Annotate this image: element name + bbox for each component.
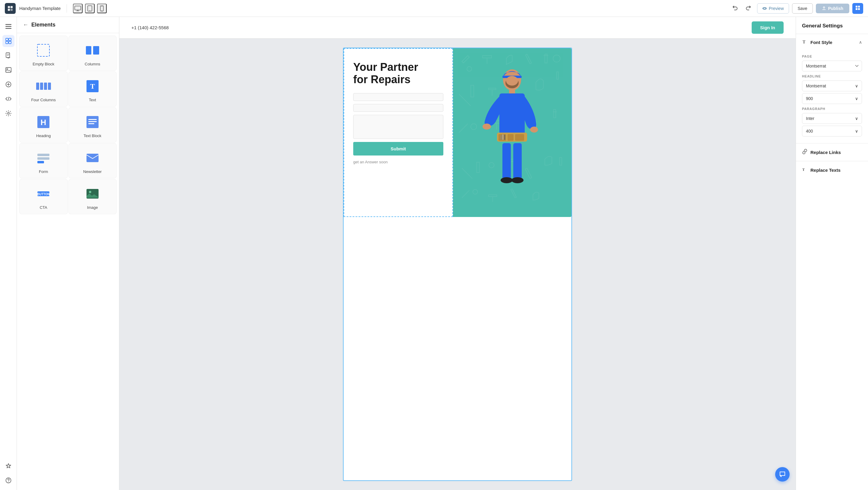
empty-block-icon bbox=[35, 42, 52, 59]
svg-rect-1 bbox=[10, 6, 13, 8]
preview-button[interactable]: Preview bbox=[757, 3, 789, 13]
element-form[interactable]: Form bbox=[19, 143, 68, 178]
hero-textarea[interactable] bbox=[353, 115, 443, 139]
element-cta[interactable]: BUTTON CTA bbox=[19, 179, 68, 214]
canvas-phone: +1 (140) 422-5568 bbox=[131, 25, 169, 30]
svg-point-10 bbox=[764, 7, 766, 9]
svg-point-74 bbox=[512, 177, 524, 183]
svg-rect-71 bbox=[502, 143, 511, 179]
preview-label: Preview bbox=[769, 6, 784, 11]
font-style-icon: T bbox=[802, 39, 807, 45]
hero-note: get an Answer soon bbox=[353, 160, 443, 164]
page-font-select[interactable]: Montserrat bbox=[802, 61, 862, 71]
svg-rect-19 bbox=[9, 38, 11, 41]
text-block-icon bbox=[84, 114, 101, 130]
svg-rect-70 bbox=[504, 135, 505, 140]
element-text-block[interactable]: Text Block bbox=[68, 107, 117, 143]
sidebar-images-button[interactable] bbox=[2, 64, 14, 76]
sidebar-settings-button[interactable] bbox=[2, 107, 14, 119]
font-style-header[interactable]: T Font Style ∧ bbox=[796, 34, 868, 50]
text-icon: T bbox=[84, 78, 101, 95]
paragraph-weight-select[interactable]: 400 ∨ bbox=[802, 126, 862, 136]
font-style-section: T Font Style ∧ PAGE Montserrat HEADLINE … bbox=[796, 34, 868, 143]
publish-button[interactable]: Publish bbox=[816, 4, 849, 13]
svg-rect-41 bbox=[88, 119, 97, 120]
heading-label: Heading bbox=[36, 133, 51, 138]
sidebar-pages-button[interactable] bbox=[2, 50, 14, 61]
svg-rect-12 bbox=[858, 6, 860, 7]
redo-button[interactable] bbox=[743, 3, 754, 13]
grid-button[interactable] bbox=[852, 3, 863, 14]
element-empty-block[interactable]: Empty Block bbox=[19, 36, 68, 71]
four-columns-icon bbox=[35, 78, 52, 95]
elements-back-button[interactable]: ← bbox=[23, 22, 28, 28]
element-text[interactable]: T Text bbox=[68, 71, 117, 107]
replace-links-item[interactable]: Replace Links bbox=[796, 143, 868, 161]
svg-rect-17 bbox=[5, 28, 11, 29]
svg-rect-34 bbox=[44, 83, 47, 90]
headline-weight-select[interactable]: 900 ∨ bbox=[802, 93, 862, 104]
text-block-label: Text Block bbox=[84, 133, 101, 138]
canvas-signin-button[interactable]: Sign In bbox=[752, 21, 784, 34]
svg-rect-45 bbox=[37, 157, 50, 160]
element-newsletter[interactable]: Newsletter bbox=[68, 143, 117, 178]
hero-image bbox=[453, 48, 571, 217]
hero-input-2[interactable] bbox=[353, 104, 443, 112]
chat-bubble[interactable] bbox=[775, 467, 789, 482]
svg-text:T: T bbox=[803, 40, 806, 44]
sidebar-add-section-button[interactable] bbox=[2, 78, 14, 90]
tablet-view-button[interactable] bbox=[85, 4, 95, 13]
elements-panel: ← Elements Empty Block Columns bbox=[17, 17, 119, 490]
element-four-columns[interactable]: Four Columns bbox=[19, 71, 68, 107]
page-label: PAGE bbox=[802, 55, 862, 58]
mobile-view-button[interactable] bbox=[97, 4, 107, 13]
headline-font-select[interactable]: Montserrat ∨ bbox=[802, 81, 862, 91]
sidebar-menu-button[interactable] bbox=[2, 21, 14, 33]
font-style-chevron: ∧ bbox=[859, 40, 862, 44]
elements-title: Elements bbox=[31, 22, 56, 28]
hero-submit-button[interactable]: Submit bbox=[353, 142, 443, 155]
svg-rect-63 bbox=[499, 93, 525, 135]
svg-point-6 bbox=[90, 10, 90, 11]
headline-label: HEADLINE bbox=[802, 74, 862, 78]
svg-rect-32 bbox=[36, 83, 39, 90]
undo-button[interactable] bbox=[730, 3, 740, 13]
desktop-view-button[interactable] bbox=[73, 4, 83, 13]
svg-rect-16 bbox=[5, 26, 11, 27]
font-style-label: Font Style bbox=[810, 40, 832, 45]
sidebar-help-button[interactable] bbox=[2, 474, 14, 486]
sidebar-elements-button[interactable] bbox=[2, 35, 14, 47]
element-image[interactable]: Image bbox=[68, 179, 117, 214]
topbar-actions: Preview Save Publish bbox=[730, 3, 863, 14]
sidebar-ai-button[interactable] bbox=[2, 460, 14, 472]
element-columns[interactable]: Columns bbox=[68, 36, 117, 71]
svg-point-24 bbox=[7, 68, 8, 70]
form-icon bbox=[35, 150, 52, 166]
save-button[interactable]: Save bbox=[792, 3, 813, 13]
text-label: Text bbox=[89, 98, 96, 102]
svg-rect-43 bbox=[88, 123, 94, 124]
svg-rect-2 bbox=[8, 9, 10, 11]
paragraph-font-select[interactable]: Inter ∨ bbox=[802, 113, 862, 124]
replace-links-icon bbox=[802, 149, 807, 155]
newsletter-icon bbox=[84, 150, 101, 166]
svg-rect-0 bbox=[8, 6, 10, 8]
element-heading[interactable]: H Heading bbox=[19, 107, 68, 143]
svg-rect-29 bbox=[37, 44, 50, 56]
canvas-content: Your Partner for Repairs Submit get an A… bbox=[119, 38, 796, 490]
image-icon bbox=[84, 185, 101, 202]
svg-rect-13 bbox=[856, 8, 858, 10]
svg-rect-42 bbox=[88, 121, 97, 122]
svg-rect-14 bbox=[858, 8, 860, 10]
replace-texts-item[interactable]: T Replace Texts bbox=[796, 161, 868, 179]
form-label: Form bbox=[39, 170, 48, 174]
hero-input-1[interactable] bbox=[353, 93, 443, 101]
svg-rect-33 bbox=[40, 83, 43, 90]
cta-label: CTA bbox=[40, 205, 47, 210]
svg-point-26 bbox=[7, 113, 9, 114]
canvas-area: +1 (140) 422-5568 Sign In Your Partner f… bbox=[119, 17, 796, 490]
elements-header: ← Elements bbox=[17, 17, 119, 33]
sidebar-code-button[interactable] bbox=[2, 93, 14, 105]
svg-point-52 bbox=[89, 191, 91, 193]
svg-point-57 bbox=[473, 189, 478, 194]
